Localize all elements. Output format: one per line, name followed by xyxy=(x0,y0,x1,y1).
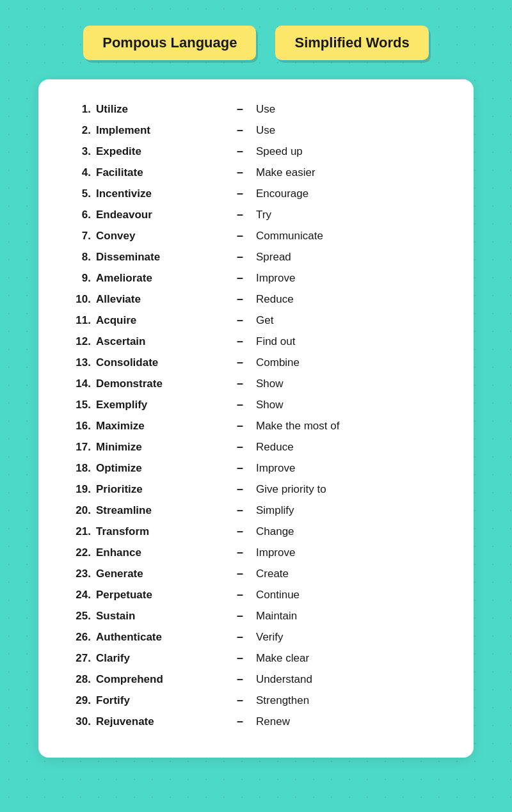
page-wrapper: Pompous Language Simplified Words 1. Uti… xyxy=(0,0,512,790)
content-card: 1. Utilize – Use 2. Implement – Use 3. E… xyxy=(38,79,474,758)
dash-separator: – xyxy=(224,187,256,200)
list-item: 4. Facilitate – Make easier xyxy=(64,162,448,183)
list-item: 2. Implement – Use xyxy=(64,120,448,141)
dash-separator: – xyxy=(224,314,256,327)
dash-separator: – xyxy=(224,715,256,728)
simple-word: Maintain xyxy=(256,610,448,623)
dash-separator: – xyxy=(224,504,256,517)
list-item: 21. Transform – Change xyxy=(64,521,448,542)
list-item: 18. Optimize – Improve xyxy=(64,458,448,479)
list-item: 19. Prioritize – Give priority to xyxy=(64,479,448,500)
pompous-word: Generate xyxy=(96,568,224,580)
dash-separator: – xyxy=(224,208,256,221)
word-number: 26. xyxy=(64,631,91,644)
pompous-word: Incentivize xyxy=(96,187,224,200)
pompous-word: Expedite xyxy=(96,145,224,158)
simple-word: Show xyxy=(256,378,448,390)
list-item: 10. Alleviate – Reduce xyxy=(64,289,448,310)
dash-separator: – xyxy=(224,419,256,433)
simple-word: Find out xyxy=(256,335,448,348)
list-item: 3. Expedite – Speed up xyxy=(64,141,448,162)
pompous-word: Enhance xyxy=(96,546,224,559)
pompous-word: Streamline xyxy=(96,504,224,517)
list-item: 27. Clarify – Make clear xyxy=(64,648,448,669)
pompous-language-header: Pompous Language xyxy=(83,26,256,60)
list-item: 14. Demonstrate – Show xyxy=(64,373,448,394)
simple-word: Make clear xyxy=(256,652,448,665)
pompous-word: Perpetuate xyxy=(96,589,224,601)
word-number: 17. xyxy=(64,441,91,454)
dash-separator: – xyxy=(224,335,256,348)
pompous-word: Transform xyxy=(96,525,224,538)
simple-word: Reduce xyxy=(256,293,448,306)
word-number: 4. xyxy=(64,166,91,179)
word-number: 30. xyxy=(64,715,91,728)
list-item: 16. Maximize – Make the most of xyxy=(64,415,448,436)
simple-word: Spread xyxy=(256,251,448,264)
header-row: Pompous Language Simplified Words xyxy=(38,26,474,60)
word-number: 18. xyxy=(64,462,91,475)
list-item: 12. Ascertain – Find out xyxy=(64,331,448,352)
list-item: 25. Sustain – Maintain xyxy=(64,605,448,626)
word-number: 2. xyxy=(64,124,91,137)
dash-separator: – xyxy=(224,567,256,580)
word-number: 15. xyxy=(64,399,91,411)
simple-word: Understand xyxy=(256,673,448,686)
list-item: 23. Generate – Create xyxy=(64,563,448,584)
pompous-word: Ameliorate xyxy=(96,272,224,285)
simple-word: Renew xyxy=(256,715,448,728)
pompous-word: Prioritize xyxy=(96,483,224,496)
dash-separator: – xyxy=(224,525,256,538)
simple-word: Get xyxy=(256,314,448,327)
simple-word: Try xyxy=(256,209,448,221)
simple-word: Improve xyxy=(256,546,448,559)
simple-word: Continue xyxy=(256,589,448,601)
pompous-word: Facilitate xyxy=(96,166,224,179)
word-number: 8. xyxy=(64,251,91,264)
list-item: 26. Authenticate – Verify xyxy=(64,626,448,648)
word-number: 10. xyxy=(64,293,91,306)
simple-word: Use xyxy=(256,124,448,137)
word-number: 13. xyxy=(64,356,91,369)
pompous-word: Maximize xyxy=(96,420,224,433)
pompous-word: Sustain xyxy=(96,610,224,623)
dash-separator: – xyxy=(224,292,256,306)
simple-word: Use xyxy=(256,103,448,116)
list-item: 5. Incentivize – Encourage xyxy=(64,183,448,204)
pompous-word: Convey xyxy=(96,230,224,243)
pompous-word: Rejuvenate xyxy=(96,715,224,728)
pompous-word: Acquire xyxy=(96,314,224,327)
list-item: 17. Minimize – Reduce xyxy=(64,436,448,458)
pompous-word: Demonstrate xyxy=(96,378,224,390)
dash-separator: – xyxy=(224,440,256,454)
simple-word: Simplify xyxy=(256,504,448,517)
dash-separator: – xyxy=(224,356,256,369)
list-item: 1. Utilize – Use xyxy=(64,99,448,120)
word-number: 23. xyxy=(64,568,91,580)
pompous-word: Consolidate xyxy=(96,356,224,369)
list-item: 30. Rejuvenate – Renew xyxy=(64,711,448,732)
word-number: 3. xyxy=(64,145,91,158)
list-item: 8. Disseminate – Spread xyxy=(64,246,448,267)
simple-word: Encourage xyxy=(256,187,448,200)
word-number: 29. xyxy=(64,694,91,707)
dash-separator: – xyxy=(224,145,256,158)
simple-word: Reduce xyxy=(256,441,448,454)
pompous-word: Ascertain xyxy=(96,335,224,348)
dash-separator: – xyxy=(224,461,256,475)
word-number: 14. xyxy=(64,378,91,390)
simple-word: Give priority to xyxy=(256,483,448,496)
pompous-word: Exemplify xyxy=(96,399,224,411)
dash-separator: – xyxy=(224,546,256,559)
list-item: 11. Acquire – Get xyxy=(64,310,448,331)
word-number: 11. xyxy=(64,314,91,327)
word-number: 25. xyxy=(64,610,91,623)
pompous-word: Authenticate xyxy=(96,631,224,644)
word-number: 12. xyxy=(64,335,91,348)
word-number: 22. xyxy=(64,546,91,559)
list-item: 6. Endeavour – Try xyxy=(64,204,448,225)
pompous-word: Disseminate xyxy=(96,251,224,264)
word-list: 1. Utilize – Use 2. Implement – Use 3. E… xyxy=(64,99,448,732)
word-number: 27. xyxy=(64,652,91,665)
list-item: 13. Consolidate – Combine xyxy=(64,352,448,373)
